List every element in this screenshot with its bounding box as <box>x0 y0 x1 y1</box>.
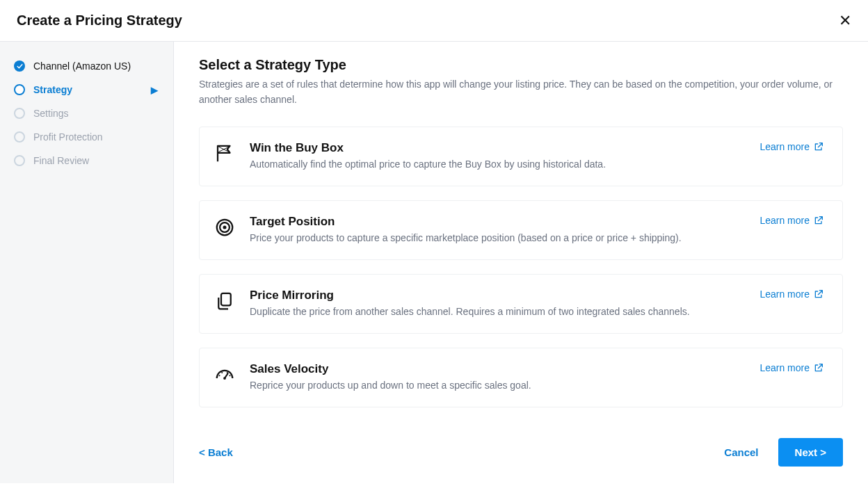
learn-more-link[interactable]: Learn more <box>760 362 824 373</box>
card-description: Reprice your products up and down to mee… <box>250 378 746 393</box>
card-title: Target Position <box>250 215 746 229</box>
card-title: Win the Buy Box <box>250 141 746 155</box>
step-label: Final Review <box>33 155 89 166</box>
svg-rect-3 <box>221 293 231 306</box>
svg-point-2 <box>223 226 227 229</box>
card-title: Sales Velocity <box>250 362 746 376</box>
strategy-card-price-mirroring[interactable]: Price Mirroring Duplicate the price from… <box>199 274 843 334</box>
close-button[interactable]: ✕ <box>839 13 851 29</box>
ring-icon <box>14 108 25 119</box>
learn-more-link[interactable]: Learn more <box>760 141 824 152</box>
wizard-sidebar: Channel (Amazon US) Strategy ▶ Settings … <box>0 42 174 483</box>
step-settings[interactable]: Settings <box>0 102 173 125</box>
strategy-card-target-position[interactable]: Target Position Price your products to c… <box>199 200 843 260</box>
wizard-footer: < Back Cancel Next > <box>199 423 843 483</box>
close-icon: ✕ <box>839 12 851 29</box>
gauge-icon <box>214 364 236 386</box>
learn-more-link[interactable]: Learn more <box>760 289 824 300</box>
copy-icon <box>214 290 236 312</box>
page-description: Strategies are a set of rules that deter… <box>199 77 839 107</box>
learn-more-link[interactable]: Learn more <box>760 215 824 226</box>
card-description: Price your products to capture a specifi… <box>250 231 746 245</box>
card-body: Win the Buy Box Automatically find the o… <box>250 141 746 172</box>
strategy-card-win-buy-box[interactable]: Win the Buy Box Automatically find the o… <box>199 127 843 186</box>
card-description: Automatically find the optimal price to … <box>250 157 746 172</box>
learn-more-label: Learn more <box>760 362 810 373</box>
ring-icon <box>14 84 25 95</box>
footer-actions: Cancel Next > <box>724 438 843 467</box>
svg-point-6 <box>221 372 223 373</box>
step-label: Profit Protection <box>33 131 103 143</box>
check-icon <box>14 60 25 72</box>
main-panel: Select a Strategy Type Strategies are a … <box>174 42 868 483</box>
step-label: Strategy <box>33 84 72 95</box>
external-link-icon <box>813 362 824 373</box>
external-link-icon <box>813 215 824 226</box>
page-title: Select a Strategy Type <box>199 57 843 73</box>
external-link-icon <box>813 289 824 300</box>
modal-title: Create a Pricing Strategy <box>17 13 182 29</box>
target-icon <box>214 216 236 238</box>
card-title: Price Mirroring <box>250 289 746 302</box>
strategy-list: Win the Buy Box Automatically find the o… <box>199 127 843 407</box>
card-body: Price Mirroring Duplicate the price from… <box>250 289 746 319</box>
card-body: Target Position Price your products to c… <box>250 215 746 245</box>
ring-icon <box>14 131 25 143</box>
step-strategy[interactable]: Strategy ▶ <box>0 78 173 102</box>
learn-more-label: Learn more <box>760 289 810 300</box>
ring-icon <box>14 155 25 166</box>
external-link-icon <box>813 141 824 152</box>
back-button[interactable]: < Back <box>199 446 233 458</box>
step-label: Settings <box>33 108 69 119</box>
flag-icon <box>214 143 236 165</box>
cancel-button[interactable]: Cancel <box>724 446 758 458</box>
step-final-review[interactable]: Final Review <box>0 149 173 172</box>
card-body: Sales Velocity Reprice your products up … <box>250 362 746 393</box>
step-profit-protection[interactable]: Profit Protection <box>0 125 173 149</box>
modal-body: Channel (Amazon US) Strategy ▶ Settings … <box>0 42 868 483</box>
svg-point-7 <box>227 372 228 373</box>
step-label: Channel (Amazon US) <box>33 60 131 72</box>
learn-more-label: Learn more <box>760 141 810 152</box>
next-button[interactable]: Next > <box>778 438 843 467</box>
learn-more-label: Learn more <box>760 215 810 226</box>
card-description: Duplicate the price from another sales c… <box>250 305 746 319</box>
svg-point-8 <box>230 375 231 377</box>
strategy-card-sales-velocity[interactable]: Sales Velocity Reprice your products up … <box>199 348 843 407</box>
svg-point-5 <box>219 375 220 377</box>
step-channel[interactable]: Channel (Amazon US) <box>0 54 173 78</box>
chevron-right-icon: ▶ <box>151 85 158 95</box>
modal-header: Create a Pricing Strategy ✕ <box>0 0 868 42</box>
